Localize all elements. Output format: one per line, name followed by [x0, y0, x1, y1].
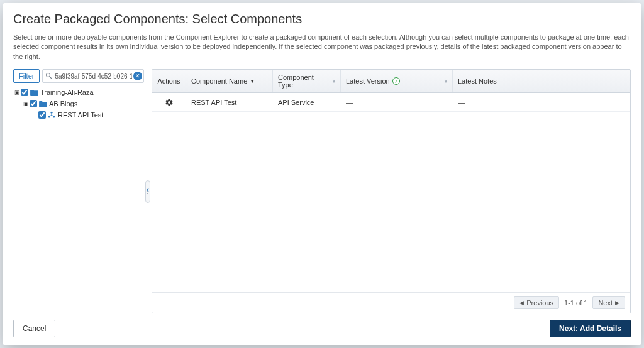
search-wrap: ✕ — [42, 69, 144, 83]
info-icon[interactable]: i — [392, 77, 400, 85]
th-component-name[interactable]: Component Name ▼ — [186, 70, 273, 92]
th-label: Latest Version — [346, 77, 390, 85]
row-notes: — — [453, 95, 630, 110]
dialog: Create Packaged Components: Select Compo… — [3, 3, 641, 345]
row-name[interactable]: REST API Test — [191, 99, 236, 106]
chevron-right-icon: ▶ — [615, 300, 619, 306]
tree-checkbox[interactable] — [30, 100, 37, 107]
tree-node-root[interactable]: ▣ Training-Ali-Raza — [13, 87, 144, 98]
collapse-icon[interactable]: ▣ — [22, 101, 30, 107]
dialog-footer: Cancel Next: Add Details — [13, 320, 631, 337]
svg-point-2 — [51, 112, 53, 114]
sort-icon: ♦ — [333, 79, 335, 84]
row-type: API Service — [273, 95, 341, 110]
th-label: Latest Notes — [458, 77, 497, 85]
prev-label: Previous — [526, 299, 553, 307]
tree-label: AB Blogs — [49, 100, 77, 107]
dialog-instructions: Select one or more deployable components… — [13, 33, 631, 62]
clear-search-icon[interactable]: ✕ — [133, 72, 142, 80]
tree-node-folder[interactable]: ▣ AB Blogs — [13, 98, 144, 109]
table-row[interactable]: REST API Test API Service — — — [152, 93, 630, 112]
folder-icon — [38, 99, 47, 108]
dialog-title: Create Packaged Components: Select Compo… — [13, 12, 631, 26]
folder-icon — [30, 88, 38, 97]
sort-icon: ♦ — [445, 79, 447, 84]
pager: ◀ Previous 1-1 of 1 Next ▶ — [152, 292, 630, 313]
tree-label: REST API Test — [58, 111, 103, 119]
tree-checkbox[interactable] — [38, 111, 46, 119]
th-actions: Actions — [152, 70, 186, 92]
component-icon — [47, 111, 56, 119]
splitter[interactable]: ⋮ ‹ — [144, 69, 152, 313]
tree-label: Training-Ali-Raza — [40, 89, 94, 96]
th-label: Component Name — [191, 77, 247, 85]
filter-button[interactable]: Filter — [13, 69, 40, 83]
next-button[interactable]: Next ▶ — [592, 296, 625, 309]
collapse-icon[interactable]: ▣ — [13, 89, 21, 95]
th-component-type[interactable]: Component Type ♦ — [273, 70, 341, 92]
chevron-left-icon: ◀ — [519, 300, 524, 306]
dialog-body: Filter ✕ ▣ Training-Ali-Raza — [13, 69, 631, 313]
search-input[interactable] — [53, 72, 133, 80]
tree-node-component[interactable]: REST API Test — [13, 109, 144, 121]
filter-row: Filter ✕ — [13, 69, 144, 83]
th-label: Component Type — [278, 73, 330, 89]
prev-button[interactable]: ◀ Previous — [514, 296, 559, 309]
explorer-panel: Filter ✕ ▣ Training-Ali-Raza — [13, 69, 144, 313]
component-tree: ▣ Training-Ali-Raza ▣ AB Blogs — [13, 87, 144, 121]
table-body: REST API Test API Service — — — [152, 93, 630, 292]
next-add-details-button[interactable]: Next: Add Details — [550, 320, 631, 337]
collapse-left-icon[interactable]: ‹ — [147, 185, 149, 194]
svg-line-1 — [50, 77, 52, 79]
next-label: Next — [598, 299, 613, 307]
page-indicator: 1-1 of 1 — [564, 299, 587, 307]
th-latest-version[interactable]: Latest Version i ♦ — [341, 70, 453, 92]
tree-checkbox[interactable] — [21, 89, 28, 96]
sort-desc-icon: ▼ — [250, 79, 255, 84]
table-header: Actions Component Name ▼ Component Type … — [152, 70, 630, 93]
cancel-button[interactable]: Cancel — [13, 320, 55, 337]
row-version: — — [341, 95, 453, 110]
gear-icon[interactable] — [165, 98, 174, 107]
search-icon — [45, 72, 52, 80]
th-label: Actions — [157, 77, 180, 85]
components-table-panel: Actions Component Name ▼ Component Type … — [152, 69, 631, 313]
th-latest-notes[interactable]: Latest Notes — [453, 70, 630, 92]
